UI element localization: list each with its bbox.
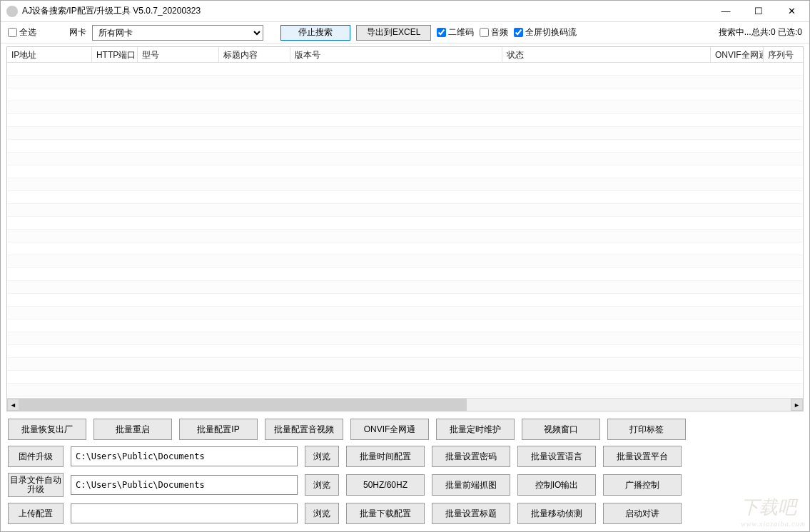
table-row[interactable]	[7, 217, 803, 230]
table-row[interactable]	[7, 358, 803, 371]
table-row[interactable]	[7, 230, 803, 242]
table-row[interactable]	[7, 63, 803, 76]
window-title: AJ设备搜索/IP配置/升级工具 V5.0.7_20200323	[22, 5, 709, 17]
batch-restore-factory-button[interactable]: 批量恢复出厂	[8, 419, 86, 440]
minimize-button[interactable]: —	[709, 1, 742, 21]
table-row[interactable]	[7, 255, 803, 268]
onvif-button[interactable]: ONVIF全网通	[350, 419, 429, 440]
table-row[interactable]	[7, 140, 803, 153]
export-excel-button[interactable]: 导出到EXCEL	[356, 25, 431, 41]
batch-set-title-button[interactable]: 批量设置标题	[432, 503, 510, 524]
scroll-thumb[interactable]	[19, 399, 467, 411]
col-version[interactable]: 版本号	[290, 47, 502, 62]
table-row[interactable]	[7, 101, 803, 114]
table-row[interactable]	[7, 165, 803, 178]
table-row[interactable]	[7, 88, 803, 101]
video-window-button[interactable]: 视频窗口	[522, 419, 600, 440]
batch-motion-detect-button[interactable]: 批量移动侦测	[517, 503, 596, 524]
qrcode-checkbox[interactable]: 二维码	[437, 26, 474, 39]
start-talk-button[interactable]: 启动对讲	[603, 503, 682, 524]
table-row[interactable]	[7, 319, 803, 332]
batch-set-platform-button[interactable]: 批量设置平台	[603, 446, 682, 467]
table-row[interactable]	[7, 268, 803, 281]
batch-front-snapshot-button[interactable]: 批量前端抓图	[432, 474, 510, 496]
dir-auto-upgrade-button[interactable]: 目录文件自动升级	[8, 473, 64, 497]
table-row[interactable]	[7, 384, 803, 397]
batch-time-config-button[interactable]: 批量时间配置	[346, 446, 425, 467]
col-state[interactable]: 状态	[502, 47, 711, 62]
select-all-checkbox[interactable]: 全选	[8, 26, 36, 39]
upload-config-button[interactable]: 上传配置	[8, 503, 64, 524]
upload-browse-button[interactable]: 浏览	[305, 503, 339, 524]
batch-reboot-button[interactable]: 批量重启	[93, 419, 172, 440]
app-icon	[6, 6, 18, 17]
stop-search-button[interactable]: 停止搜索	[280, 25, 350, 41]
batch-set-password-button[interactable]: 批量设置密码	[432, 446, 510, 467]
toolbar: 全选 网卡 所有网卡 停止搜索 导出到EXCEL 二维码 音频 全屏切换码流 搜…	[1, 22, 809, 44]
table-row[interactable]	[7, 281, 803, 294]
audio-label: 音频	[491, 26, 508, 39]
bottom-panel: 批量恢复出厂 批量重启 批量配置IP 批量配置音视频 ONVIF全网通 批量定时…	[1, 413, 809, 531]
qrcode-label: 二维码	[448, 26, 474, 39]
firmware-path-input[interactable]	[71, 446, 298, 466]
print-label-button[interactable]: 打印标签	[607, 419, 686, 440]
table-row[interactable]	[7, 332, 803, 345]
table-row[interactable]	[7, 371, 803, 384]
col-model[interactable]: 型号	[138, 47, 219, 62]
table-row[interactable]	[7, 191, 803, 204]
table-row[interactable]	[7, 76, 803, 88]
batch-config-av-button[interactable]: 批量配置音视频	[265, 419, 343, 440]
device-table: IP地址 HTTP端口 型号 标题内容 版本号 状态 ONVIF全网通 序列号 …	[6, 46, 804, 411]
firmware-browse-button[interactable]: 浏览	[305, 446, 339, 467]
table-header: IP地址 HTTP端口 型号 标题内容 版本号 状态 ONVIF全网通 序列号	[7, 47, 803, 63]
fullscreen-switch-checkbox[interactable]: 全屏切换码流	[514, 26, 577, 39]
dir-path-input[interactable]	[71, 475, 298, 495]
table-row[interactable]	[7, 242, 803, 255]
nic-select[interactable]: 所有网卡	[92, 25, 263, 41]
col-ip[interactable]: IP地址	[7, 47, 92, 62]
table-row[interactable]	[7, 114, 803, 127]
batch-download-config-button[interactable]: 批量下载配置	[346, 503, 425, 524]
table-body	[7, 63, 803, 398]
table-row[interactable]	[7, 307, 803, 319]
horizontal-scrollbar[interactable]: ◄ ►	[7, 398, 803, 411]
search-status: 搜索中...总共:0 已选:0	[719, 26, 802, 39]
col-serial[interactable]: 序列号	[764, 47, 803, 62]
col-http-port[interactable]: HTTP端口	[92, 47, 138, 62]
table-row[interactable]	[7, 127, 803, 140]
dir-browse-button[interactable]: 浏览	[305, 474, 339, 496]
titlebar: AJ设备搜索/IP配置/升级工具 V5.0.7_20200323 — ☐ ✕	[1, 1, 809, 22]
table-row[interactable]	[7, 294, 803, 307]
maximize-button[interactable]: ☐	[742, 1, 775, 21]
col-onvif[interactable]: ONVIF全网通	[711, 47, 764, 62]
fullscreen-switch-label: 全屏切换码流	[525, 26, 577, 39]
io-output-button[interactable]: 控制IO输出	[517, 474, 596, 496]
nic-label: 网卡	[69, 26, 86, 39]
select-all-label: 全选	[19, 26, 36, 39]
batch-set-language-button[interactable]: 批量设置语言	[517, 446, 596, 467]
table-row[interactable]	[7, 345, 803, 358]
table-row[interactable]	[7, 153, 803, 165]
table-row[interactable]	[7, 178, 803, 191]
col-title[interactable]: 标题内容	[219, 47, 290, 62]
close-button[interactable]: ✕	[775, 1, 808, 21]
scroll-right-icon[interactable]: ►	[791, 399, 803, 411]
table-row[interactable]	[7, 204, 803, 217]
audio-checkbox[interactable]: 音频	[480, 26, 508, 39]
upload-path-input[interactable]	[71, 503, 298, 523]
broadcast-control-button[interactable]: 广播控制	[603, 474, 682, 496]
hz-button[interactable]: 50HZ/60HZ	[346, 474, 425, 496]
scroll-left-icon[interactable]: ◄	[7, 399, 19, 411]
batch-sched-maint-button[interactable]: 批量定时维护	[436, 419, 515, 440]
firmware-upgrade-button[interactable]: 固件升级	[8, 446, 64, 467]
batch-config-ip-button[interactable]: 批量配置IP	[179, 419, 258, 440]
